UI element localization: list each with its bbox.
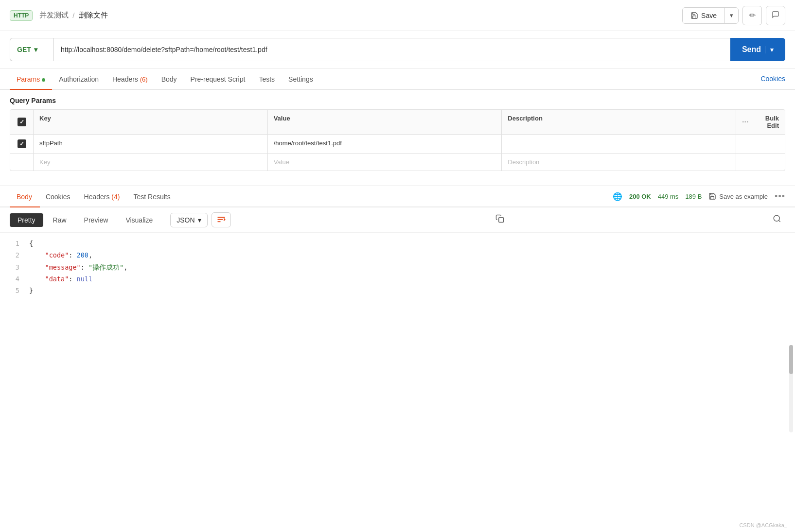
description-header: Description — [502, 110, 736, 134]
row1-value[interactable]: /home/root/test/test1.pdf — [268, 135, 502, 153]
response-more-button[interactable]: ••• — [775, 191, 785, 202]
table-row: sftpPath /home/root/test/test1.pdf — [10, 135, 785, 154]
params-dot — [42, 78, 45, 82]
params-table: Key Value Description ··· Bulk Edit sftp… — [10, 109, 785, 171]
value-header: Value — [268, 110, 502, 134]
bulk-edit-label[interactable]: Bulk Edit — [752, 115, 779, 129]
row1-key[interactable]: sftpPath — [34, 135, 268, 153]
url-input[interactable] — [53, 38, 730, 61]
tab-tests-label: Tests — [259, 75, 275, 83]
json-line-1: 1 { — [10, 238, 785, 249]
send-button[interactable]: Send ▾ — [730, 38, 785, 61]
method-label: GET — [17, 46, 31, 53]
svg-rect-3 — [499, 218, 504, 223]
check-all-checkbox[interactable] — [18, 118, 26, 126]
tab-params[interactable]: Params — [10, 69, 52, 89]
tab-pre-request-label: Pre-request Script — [191, 75, 246, 83]
search-icon — [773, 214, 781, 223]
top-actions: Save ▾ ✏ — [682, 6, 785, 25]
breadcrumb-current: 删除文件 — [79, 11, 108, 20]
method-select[interactable]: GET ▾ — [10, 38, 53, 61]
scrollbar-track[interactable] — [789, 345, 793, 432]
tab-body[interactable]: Body — [155, 69, 184, 89]
copy-icon — [495, 214, 504, 223]
key-header: Key — [34, 110, 268, 134]
breadcrumb-parent[interactable]: 并发测试 — [39, 11, 69, 20]
http-badge: HTTP — [10, 10, 33, 21]
save-button[interactable]: Save — [683, 8, 724, 23]
tab-settings[interactable]: Settings — [282, 69, 320, 89]
response-time: 449 ms — [658, 193, 679, 200]
top-bar: HTTP 并发测试 / 删除文件 Save ▾ ✏ — [0, 0, 795, 31]
row1-actions — [736, 135, 785, 153]
view-preview-button[interactable]: Preview — [76, 213, 116, 227]
save-as-example-button[interactable]: Save as example — [708, 192, 768, 200]
save-btn-group: Save ▾ — [682, 7, 739, 24]
url-bar: GET ▾ Send ▾ — [0, 31, 795, 69]
request-tabs-bar: Params Authorization Headers (6) Body Pr… — [0, 69, 795, 90]
edit-button[interactable]: ✏ — [742, 6, 762, 25]
tab-cookies[interactable]: Cookies — [760, 75, 785, 83]
query-params-title: Query Params — [0, 90, 795, 109]
row1-checkbox[interactable] — [18, 139, 26, 148]
json-line-4: 4 "data": null — [10, 273, 785, 285]
check-all-header[interactable] — [10, 110, 34, 134]
view-raw-button[interactable]: Raw — [45, 213, 74, 227]
body-controls: Pretty Raw Preview Visualize JSON ▾ — [0, 207, 795, 233]
tab-tests[interactable]: Tests — [252, 69, 282, 89]
scrollbar-thumb[interactable] — [789, 345, 793, 374]
resp-tab-cookies[interactable]: Cookies — [39, 186, 77, 206]
resp-tab-test-results[interactable]: Test Results — [126, 186, 177, 206]
tab-pre-request[interactable]: Pre-request Script — [184, 69, 252, 89]
resp-tab-body[interactable]: Body — [10, 186, 39, 206]
active-indicator — [10, 206, 39, 208]
response-tabs-bar: Body Cookies Headers (4) Test Results 🌐 … — [0, 186, 795, 207]
row2-description[interactable]: Description — [502, 154, 736, 171]
method-chevron: ▾ — [34, 46, 37, 53]
json-line-2: 2 "code": 200, — [10, 249, 785, 261]
resp-tab-body-label: Body — [17, 193, 32, 201]
copy-button[interactable] — [492, 212, 508, 227]
wrap-icon — [217, 216, 226, 223]
params-table-header: Key Value Description ··· Bulk Edit — [10, 110, 785, 135]
format-label: JSON — [177, 216, 194, 224]
row2-actions — [736, 154, 785, 171]
more-dots: ··· — [742, 118, 748, 126]
tab-params-label: Params — [17, 75, 40, 83]
response-meta: 🌐 200 OK 449 ms 189 B Save as example ••… — [613, 191, 785, 202]
response-status: 200 OK — [629, 193, 651, 200]
tab-headers-label: Headers (6) — [112, 75, 148, 83]
row2-key[interactable]: Key — [34, 154, 268, 171]
footer-text: CSDN @ACGkaka_ — [739, 522, 787, 528]
row1-description[interactable] — [502, 135, 736, 153]
resp-tab-headers[interactable]: Headers (4) — [77, 186, 127, 206]
footer: CSDN @ACGkaka_ — [739, 522, 787, 528]
format-chevron: ▾ — [198, 216, 201, 224]
chat-icon — [771, 11, 780, 20]
save-example-label: Save as example — [719, 193, 768, 200]
wrap-button[interactable] — [212, 212, 231, 227]
row2-value[interactable]: Value — [268, 154, 502, 171]
format-select[interactable]: JSON ▾ — [170, 213, 207, 227]
tab-body-label: Body — [161, 75, 177, 83]
row1-check[interactable] — [10, 135, 34, 153]
tab-authorization[interactable]: Authorization — [52, 69, 106, 89]
view-pretty-button[interactable]: Pretty — [10, 213, 43, 227]
save-chevron-button[interactable]: ▾ — [724, 8, 738, 23]
breadcrumb: 并发测试 / 删除文件 — [39, 11, 682, 20]
resp-tab-headers-label: Headers (4) — [84, 193, 120, 201]
send-chevron: ▾ — [765, 46, 774, 53]
tab-authorization-label: Authorization — [59, 75, 99, 83]
json-line-3: 3 "message": "操作成功", — [10, 261, 785, 273]
save-icon — [690, 12, 698, 19]
response-size: 189 B — [685, 193, 702, 200]
tab-headers[interactable]: Headers (6) — [106, 69, 155, 89]
bulk-edit-header[interactable]: ··· Bulk Edit — [736, 110, 785, 134]
search-button[interactable] — [769, 212, 785, 227]
edit-icon: ✏ — [749, 11, 756, 20]
svg-line-5 — [778, 220, 780, 222]
chat-button[interactable] — [766, 6, 785, 25]
resp-tab-cookies-label: Cookies — [46, 193, 71, 201]
response-section: Body Cookies Headers (4) Test Results 🌐 … — [0, 186, 795, 301]
view-visualize-button[interactable]: Visualize — [118, 213, 160, 227]
